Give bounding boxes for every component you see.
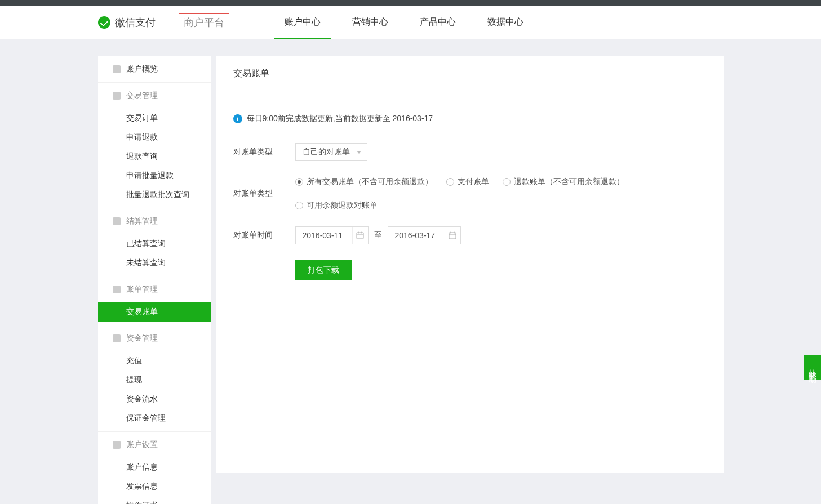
sidebar-item-batch-refund-query[interactable]: 批量退款批次查询 (98, 185, 211, 204)
sidebar-item-cert[interactable]: 操作证书 (98, 496, 211, 504)
nav-label: 账户中心 (285, 16, 321, 28)
page-title: 交易账单 (216, 56, 724, 91)
radio-all-trade[interactable]: 所有交易账单（不含可用余额退款） (295, 177, 433, 187)
sidebar-label: 资金管理 (126, 333, 158, 344)
bill-type-radio-group: 所有交易账单（不含可用余额退款） 支付账单 退款账单（不含可用余额退款） 可用余… (295, 177, 707, 211)
sidebar: 账户概览 交易管理 交易订单 申请退款 退款查询 申请批量退款 批量退款批次查询… (98, 56, 211, 504)
sidebar-label: 交易管理 (126, 91, 158, 101)
sidebar-group-settlement: 结算管理 (98, 208, 211, 234)
radio-refund[interactable]: 退款账单（不含可用余额退款） (503, 177, 624, 187)
bill-type-select[interactable]: 自己的对账单 (295, 143, 367, 161)
sidebar-item-fund-flow[interactable]: 资金流水 (98, 390, 211, 409)
button-label: 打包下载 (308, 265, 339, 274)
svg-rect-0 (357, 233, 363, 239)
sidebar-label: 账户概览 (126, 64, 158, 74)
date-to-value: 2016-03-17 (395, 231, 436, 240)
radio-icon (503, 178, 511, 186)
info-icon: i (233, 114, 242, 123)
main-panel: 交易账单 i 每日9:00前完成数据更新,当前数据更新至 2016-03-17 … (216, 56, 724, 473)
calendar-icon (445, 227, 460, 244)
date-range-separator: 至 (374, 230, 382, 240)
radio-label: 可用余额退款对账单 (307, 200, 378, 211)
top-dark-bar (0, 0, 821, 6)
info-banner: i 每日9:00前完成数据更新,当前数据更新至 2016-03-17 (233, 114, 707, 124)
top-nav-account-center[interactable]: 账户中心 (269, 6, 336, 39)
sidebar-item-settled-query[interactable]: 已结算查询 (98, 234, 211, 253)
sidebar-item-account-info[interactable]: 账户信息 (98, 458, 211, 477)
wechat-pay-icon (98, 16, 110, 29)
help-tab-label: 获取帮助 (808, 363, 817, 372)
sidebar-item-refund-apply[interactable]: 申请退款 (98, 128, 211, 147)
label-bill-time: 对账单时间 (233, 230, 295, 240)
brand-name: 微信支付 (115, 16, 156, 29)
sidebar-group-account-setting: 账户设置 (98, 432, 211, 458)
settlement-icon (113, 217, 121, 225)
sidebar-item-refund-query[interactable]: 退款查询 (98, 147, 211, 166)
brand-logo-group[interactable]: 微信支付 商户平台 (98, 13, 229, 32)
sidebar-item-overview[interactable]: 账户概览 (98, 56, 211, 83)
date-from-input[interactable]: 2016-03-11 (295, 226, 369, 244)
bill-icon (113, 286, 121, 293)
radio-label: 退款账单（不含可用余额退款） (514, 177, 624, 187)
sidebar-item-recharge[interactable]: 充值 (98, 351, 211, 371)
fund-icon (113, 334, 121, 342)
top-nav-marketing-center[interactable]: 营销中心 (336, 6, 404, 39)
sidebar-item-unsettled-query[interactable]: 未结算查询 (98, 253, 211, 273)
transaction-icon (113, 92, 121, 100)
sidebar-item-security-deposit[interactable]: 保证金管理 (98, 409, 211, 428)
radio-label: 支付账单 (458, 177, 489, 187)
sidebar-item-order[interactable]: 交易订单 (98, 109, 211, 128)
sidebar-label: 账户设置 (126, 440, 158, 450)
nav-label: 产品中心 (420, 16, 456, 28)
sidebar-label: 结算管理 (126, 216, 158, 226)
calendar-icon (352, 227, 368, 244)
top-nav-product-center[interactable]: 产品中心 (404, 6, 472, 39)
download-button[interactable]: 打包下载 (295, 260, 352, 280)
radio-label: 所有交易账单（不含可用余额退款） (307, 177, 433, 187)
radio-icon (295, 178, 303, 186)
sidebar-item-withdraw[interactable]: 提现 (98, 371, 211, 390)
brand-sub-highlight: 商户平台 (179, 13, 229, 32)
radio-pay[interactable]: 支付账单 (446, 177, 489, 187)
brand-divider (167, 17, 167, 28)
overview-icon (113, 65, 121, 73)
svg-rect-4 (449, 233, 456, 239)
sidebar-label: 账单管理 (126, 284, 158, 295)
date-to-input[interactable]: 2016-03-17 (388, 226, 461, 244)
sidebar-item-trade-bill[interactable]: 交易账单 (98, 302, 211, 322)
sidebar-group-bill: 账单管理 (98, 276, 211, 302)
sidebar-item-invoice-info[interactable]: 发票信息 (98, 477, 211, 496)
nav-label: 营销中心 (352, 16, 388, 28)
sidebar-item-batch-refund-apply[interactable]: 申请批量退款 (98, 166, 211, 185)
radio-icon (446, 178, 454, 186)
nav-label: 数据中心 (487, 16, 523, 28)
top-nav: 账户中心 营销中心 产品中心 数据中心 (269, 6, 539, 39)
date-from-value: 2016-03-11 (303, 231, 343, 240)
help-tab[interactable]: 获取帮助 (804, 355, 821, 380)
sidebar-group-fund: 资金管理 (98, 325, 211, 351)
gear-icon (113, 441, 121, 449)
info-text: 每日9:00前完成数据更新,当前数据更新至 2016-03-17 (247, 114, 433, 124)
select-value: 自己的对账单 (303, 147, 350, 157)
label-bill-type-radio: 对账单类型 (233, 189, 295, 199)
radio-icon (295, 202, 303, 209)
radio-balance-refund[interactable]: 可用余额退款对账单 (295, 200, 378, 211)
top-nav-data-center[interactable]: 数据中心 (472, 6, 539, 39)
header: 微信支付 商户平台 账户中心 营销中心 产品中心 数据中心 (0, 6, 821, 39)
sidebar-group-transaction: 交易管理 (98, 83, 211, 109)
label-bill-type-select: 对账单类型 (233, 147, 295, 157)
